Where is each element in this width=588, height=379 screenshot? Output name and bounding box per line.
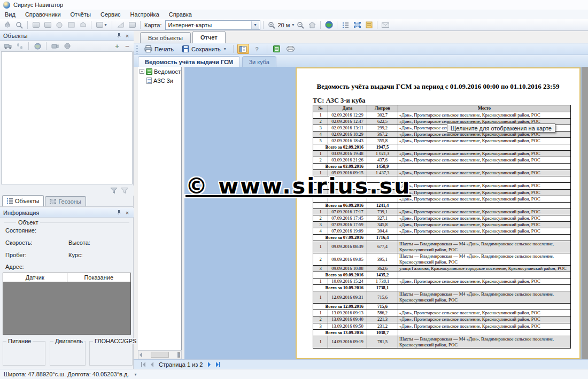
save-dropdown-icon[interactable]: ▾ bbox=[224, 47, 226, 51]
save-button[interactable]: Сохранить ▾ bbox=[179, 44, 229, 54]
status-dropdown-icon[interactable]: ▾ bbox=[134, 372, 136, 377]
cell-place: улица Галагова, Красносулинское городско… bbox=[398, 266, 571, 272]
scroll-thumb[interactable] bbox=[151, 352, 169, 358]
region-edit-icon[interactable] bbox=[42, 20, 53, 30]
scale-value[interactable]: 20 м bbox=[278, 22, 290, 28]
cell-date: 02.09.2016 13:11 bbox=[328, 125, 367, 132]
prev-page-button[interactable] bbox=[151, 362, 153, 367]
tree-horizontal-scrollbar[interactable] bbox=[138, 350, 182, 359]
first-page-button[interactable] bbox=[141, 362, 145, 367]
polygon-tool-icon[interactable] bbox=[78, 20, 88, 30]
table-row[interactable]: Всего за 12.09.2016715,6 bbox=[313, 304, 571, 310]
toggle-report-tree-button[interactable] bbox=[237, 44, 249, 54]
circle-tool-icon[interactable] bbox=[54, 20, 65, 30]
internet-map-globe-icon[interactable] bbox=[323, 20, 334, 30]
table-row[interactable]: 102.09.2016 12:29302,7«Дон», Пролетарско… bbox=[313, 112, 571, 119]
sensor-col-header[interactable]: Датчик bbox=[3, 273, 67, 282]
table-row[interactable]: 112.09.2016 09:31715,6Шахты — Владимиров… bbox=[313, 291, 571, 304]
menu-reports[interactable]: Отчёты bbox=[66, 10, 96, 19]
footprints-icon[interactable] bbox=[14, 41, 25, 51]
table-row[interactable]: 103.09.2016 19:481 021,3«Дон», Пролетарс… bbox=[313, 151, 571, 157]
send-report-button[interactable] bbox=[285, 44, 297, 54]
print-button[interactable]: Печать bbox=[141, 44, 177, 54]
scroll-right-icon[interactable] bbox=[177, 352, 180, 358]
table-row[interactable]: 213.09.2016 09:40221,3«Дон», Пролетарско… bbox=[313, 316, 571, 323]
table-row[interactable]: 109.09.2016 08:39677,4Шахты — Владимиров… bbox=[313, 241, 571, 253]
table-row[interactable]: Всего за 07.09.20161716,4 bbox=[313, 234, 571, 241]
table-row[interactable]: Всего за 10.09.20161738,1 bbox=[313, 285, 571, 291]
remove-object-icon[interactable]: − bbox=[123, 42, 131, 50]
pin-icon[interactable] bbox=[114, 209, 123, 216]
last-page-button[interactable] bbox=[216, 362, 220, 367]
scroll-left-icon[interactable] bbox=[140, 352, 142, 358]
table-row[interactable]: 107.09.2016 17:17739,1«Дон», Пролетарско… bbox=[313, 208, 571, 215]
table-row[interactable]: 114.09.2016 09:19781,5Шахты — Владимиров… bbox=[313, 336, 571, 348]
show-on-map-globe-icon[interactable] bbox=[32, 41, 43, 51]
scale-dropdown-icon[interactable]: ▾ bbox=[292, 22, 294, 27]
sphere-icon[interactable] bbox=[62, 41, 73, 51]
geozone-icon[interactable] bbox=[352, 20, 362, 30]
pan-hand-icon[interactable] bbox=[2, 20, 13, 30]
col-date: Дата bbox=[328, 105, 367, 112]
layers-icon[interactable]: ▾ bbox=[94, 20, 109, 30]
objects-list[interactable] bbox=[1, 51, 133, 184]
map-source-select[interactable]: Интернет-карты ▾ bbox=[165, 20, 260, 30]
object-list-icon[interactable] bbox=[340, 20, 351, 30]
table-row[interactable]: 207.09.2016 17:45327,1«Дон», Пролетарско… bbox=[313, 215, 571, 221]
tab-geozones[interactable]: Геозоны bbox=[45, 196, 86, 206]
cell-date: 09.09.2016 08:39 bbox=[328, 241, 367, 253]
combo-dropdown-icon[interactable]: ▾ bbox=[251, 21, 259, 29]
filter-icon[interactable] bbox=[110, 187, 118, 194]
home-icon[interactable] bbox=[307, 20, 318, 30]
help-button[interactable]: ? bbox=[251, 44, 263, 54]
value-col-header[interactable]: Показание bbox=[67, 273, 131, 282]
close-icon[interactable]: × bbox=[123, 209, 131, 216]
menu-service[interactable]: Сервис bbox=[96, 10, 126, 19]
tree-node-root[interactable]: − Ведомость bbox=[138, 67, 181, 76]
table-row[interactable]: 313.09.2016 09:50231,2«Дон», Пролетарско… bbox=[313, 323, 571, 329]
zoom-select-icon[interactable] bbox=[14, 20, 25, 30]
tab-objects[interactable]: Объекты bbox=[2, 195, 44, 206]
add-object-icon[interactable]: + bbox=[113, 42, 121, 50]
table-row[interactable]: Всего за 13.09.20161038,7 bbox=[313, 329, 571, 336]
menu-directories[interactable]: Справочники bbox=[20, 10, 66, 19]
table-row[interactable]: Всего за 09.09.20161435,2 bbox=[313, 272, 571, 279]
table-row[interactable]: 110.09.2016 15:241 738,1«Дон», Пролетарс… bbox=[313, 279, 571, 285]
tab-all-objects[interactable]: Все объекты bbox=[140, 32, 191, 43]
expander-icon[interactable]: − bbox=[140, 69, 144, 74]
table-row[interactable]: 309.09.2016 10:08362,6улица Галагова, Кр… bbox=[313, 266, 571, 272]
table-row[interactable]: 203.09.2016 21:26437,6«Дон», Пролетарско… bbox=[313, 157, 571, 164]
menu-help[interactable]: Справка bbox=[164, 10, 197, 19]
export-button[interactable] bbox=[271, 44, 283, 54]
region-select-icon[interactable] bbox=[30, 20, 41, 30]
tab-report-gsm[interactable]: Ведомость учёта выдачи ГСМ bbox=[138, 56, 240, 67]
zoom-out-icon[interactable] bbox=[295, 20, 306, 30]
menu-view[interactable]: Вид bbox=[0, 10, 20, 19]
mail-icon[interactable] bbox=[380, 20, 391, 30]
table-row[interactable]: Всего за 06.09.20161241,4 bbox=[313, 202, 571, 208]
notes-icon[interactable] bbox=[363, 20, 374, 30]
table-row[interactable]: Всего за 02.09.20161947,5 bbox=[313, 144, 571, 151]
table-row[interactable]: 113.09.2016 09:13586,2«Дон», Пролетарско… bbox=[313, 310, 571, 316]
camera-icon[interactable] bbox=[50, 41, 60, 51]
zoom-in-icon[interactable] bbox=[266, 20, 277, 30]
tooltip-text: Щелкните для отображения на карте bbox=[451, 125, 552, 132]
table-row[interactable]: 407.09.2016 19:09304,4«Дон», Пролетарско… bbox=[313, 228, 571, 234]
table-row[interactable]: Всего за 03.09.20161458,9 bbox=[313, 164, 571, 170]
object-group-label: Объект bbox=[16, 219, 40, 226]
tree-node-child[interactable]: АЗС 3и bbox=[138, 76, 181, 85]
ruler-icon[interactable] bbox=[115, 20, 126, 30]
pin-icon[interactable] bbox=[114, 32, 123, 40]
close-icon[interactable]: × bbox=[123, 32, 131, 40]
track-icon[interactable] bbox=[127, 20, 137, 30]
next-page-button[interactable] bbox=[208, 362, 211, 367]
table-row[interactable]: 502.09.2016 18:43355,8«Дон», Пролетарско… bbox=[313, 138, 571, 144]
tab-report[interactable]: Отчет bbox=[192, 31, 226, 43]
vehicle-icon[interactable] bbox=[2, 41, 13, 51]
rectangle-tool-icon[interactable] bbox=[66, 20, 76, 30]
menu-settings[interactable]: Настройка bbox=[126, 10, 164, 19]
tab-report-cube[interactable]: 3и куба bbox=[242, 56, 276, 67]
table-row[interactable]: 307.09.2016 17:59345,8«Дон», Пролетарско… bbox=[313, 221, 571, 228]
filter-clear-icon[interactable] bbox=[121, 187, 128, 194]
table-row[interactable]: 209.09.2016 09:05395,1Шахты — Владимиров… bbox=[313, 253, 571, 265]
